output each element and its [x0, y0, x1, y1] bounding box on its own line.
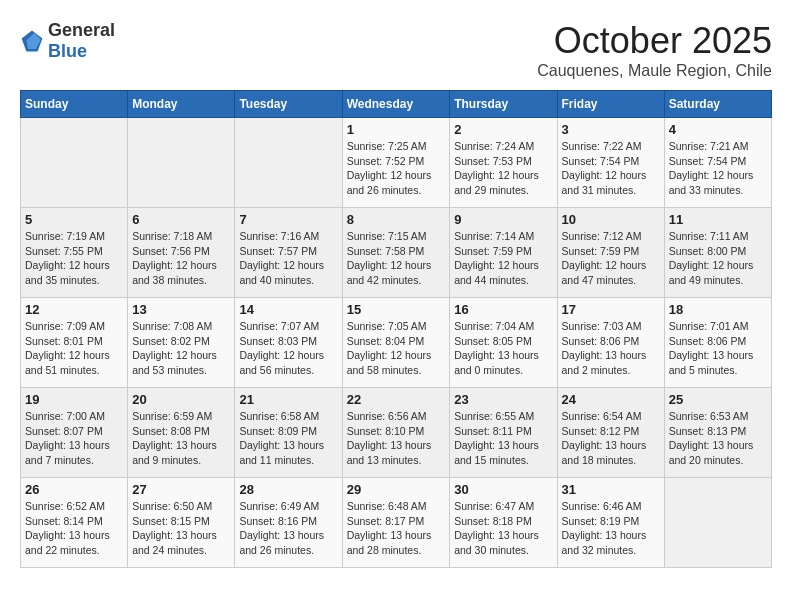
calendar-cell: 31Sunrise: 6:46 AM Sunset: 8:19 PM Dayli…: [557, 478, 664, 568]
day-number: 18: [669, 302, 767, 317]
calendar-table: SundayMondayTuesdayWednesdayThursdayFrid…: [20, 90, 772, 568]
day-number: 30: [454, 482, 552, 497]
day-number: 9: [454, 212, 552, 227]
day-info: Sunrise: 7:00 AM Sunset: 8:07 PM Dayligh…: [25, 409, 123, 468]
day-number: 3: [562, 122, 660, 137]
day-info: Sunrise: 6:46 AM Sunset: 8:19 PM Dayligh…: [562, 499, 660, 558]
calendar-cell: [664, 478, 771, 568]
calendar-cell: 27Sunrise: 6:50 AM Sunset: 8:15 PM Dayli…: [128, 478, 235, 568]
header-day-friday: Friday: [557, 91, 664, 118]
calendar-cell: 1Sunrise: 7:25 AM Sunset: 7:52 PM Daylig…: [342, 118, 450, 208]
header-day-saturday: Saturday: [664, 91, 771, 118]
day-number: 23: [454, 392, 552, 407]
day-info: Sunrise: 7:03 AM Sunset: 8:06 PM Dayligh…: [562, 319, 660, 378]
calendar-cell: 4Sunrise: 7:21 AM Sunset: 7:54 PM Daylig…: [664, 118, 771, 208]
calendar-cell: 24Sunrise: 6:54 AM Sunset: 8:12 PM Dayli…: [557, 388, 664, 478]
day-number: 12: [25, 302, 123, 317]
month-title: October 2025: [537, 20, 772, 62]
calendar-body: 1Sunrise: 7:25 AM Sunset: 7:52 PM Daylig…: [21, 118, 772, 568]
day-number: 24: [562, 392, 660, 407]
day-info: Sunrise: 6:56 AM Sunset: 8:10 PM Dayligh…: [347, 409, 446, 468]
calendar-cell: 6Sunrise: 7:18 AM Sunset: 7:56 PM Daylig…: [128, 208, 235, 298]
day-info: Sunrise: 6:50 AM Sunset: 8:15 PM Dayligh…: [132, 499, 230, 558]
calendar-cell: 28Sunrise: 6:49 AM Sunset: 8:16 PM Dayli…: [235, 478, 342, 568]
calendar-header: SundayMondayTuesdayWednesdayThursdayFrid…: [21, 91, 772, 118]
calendar-cell: 18Sunrise: 7:01 AM Sunset: 8:06 PM Dayli…: [664, 298, 771, 388]
calendar-cell: 12Sunrise: 7:09 AM Sunset: 8:01 PM Dayli…: [21, 298, 128, 388]
day-info: Sunrise: 6:54 AM Sunset: 8:12 PM Dayligh…: [562, 409, 660, 468]
day-number: 6: [132, 212, 230, 227]
calendar-cell: 3Sunrise: 7:22 AM Sunset: 7:54 PM Daylig…: [557, 118, 664, 208]
calendar-cell: 29Sunrise: 6:48 AM Sunset: 8:17 PM Dayli…: [342, 478, 450, 568]
day-info: Sunrise: 7:19 AM Sunset: 7:55 PM Dayligh…: [25, 229, 123, 288]
week-row-2: 5Sunrise: 7:19 AM Sunset: 7:55 PM Daylig…: [21, 208, 772, 298]
day-info: Sunrise: 7:16 AM Sunset: 7:57 PM Dayligh…: [239, 229, 337, 288]
calendar-cell: 16Sunrise: 7:04 AM Sunset: 8:05 PM Dayli…: [450, 298, 557, 388]
day-info: Sunrise: 6:55 AM Sunset: 8:11 PM Dayligh…: [454, 409, 552, 468]
page-header: General Blue October 2025 Cauquenes, Mau…: [20, 20, 772, 80]
day-info: Sunrise: 6:47 AM Sunset: 8:18 PM Dayligh…: [454, 499, 552, 558]
day-number: 26: [25, 482, 123, 497]
calendar-cell: 9Sunrise: 7:14 AM Sunset: 7:59 PM Daylig…: [450, 208, 557, 298]
calendar-cell: 22Sunrise: 6:56 AM Sunset: 8:10 PM Dayli…: [342, 388, 450, 478]
calendar-cell: [128, 118, 235, 208]
day-number: 25: [669, 392, 767, 407]
header-day-tuesday: Tuesday: [235, 91, 342, 118]
logo-general: General: [48, 20, 115, 40]
calendar-cell: 25Sunrise: 6:53 AM Sunset: 8:13 PM Dayli…: [664, 388, 771, 478]
day-number: 14: [239, 302, 337, 317]
calendar-cell: 23Sunrise: 6:55 AM Sunset: 8:11 PM Dayli…: [450, 388, 557, 478]
location-title: Cauquenes, Maule Region, Chile: [537, 62, 772, 80]
day-number: 11: [669, 212, 767, 227]
day-info: Sunrise: 6:52 AM Sunset: 8:14 PM Dayligh…: [25, 499, 123, 558]
day-number: 10: [562, 212, 660, 227]
day-number: 16: [454, 302, 552, 317]
day-number: 29: [347, 482, 446, 497]
day-info: Sunrise: 7:12 AM Sunset: 7:59 PM Dayligh…: [562, 229, 660, 288]
header-day-sunday: Sunday: [21, 91, 128, 118]
header-row: SundayMondayTuesdayWednesdayThursdayFrid…: [21, 91, 772, 118]
calendar-cell: 21Sunrise: 6:58 AM Sunset: 8:09 PM Dayli…: [235, 388, 342, 478]
day-number: 1: [347, 122, 446, 137]
day-number: 17: [562, 302, 660, 317]
calendar-cell: 14Sunrise: 7:07 AM Sunset: 8:03 PM Dayli…: [235, 298, 342, 388]
day-number: 22: [347, 392, 446, 407]
calendar-cell: 2Sunrise: 7:24 AM Sunset: 7:53 PM Daylig…: [450, 118, 557, 208]
day-info: Sunrise: 6:49 AM Sunset: 8:16 PM Dayligh…: [239, 499, 337, 558]
day-info: Sunrise: 7:11 AM Sunset: 8:00 PM Dayligh…: [669, 229, 767, 288]
day-info: Sunrise: 7:22 AM Sunset: 7:54 PM Dayligh…: [562, 139, 660, 198]
day-info: Sunrise: 7:24 AM Sunset: 7:53 PM Dayligh…: [454, 139, 552, 198]
calendar-cell: [235, 118, 342, 208]
day-number: 15: [347, 302, 446, 317]
day-info: Sunrise: 6:59 AM Sunset: 8:08 PM Dayligh…: [132, 409, 230, 468]
day-number: 2: [454, 122, 552, 137]
title-area: October 2025 Cauquenes, Maule Region, Ch…: [537, 20, 772, 80]
logo: General Blue: [20, 20, 115, 62]
week-row-3: 12Sunrise: 7:09 AM Sunset: 8:01 PM Dayli…: [21, 298, 772, 388]
day-number: 8: [347, 212, 446, 227]
day-number: 7: [239, 212, 337, 227]
calendar-cell: 17Sunrise: 7:03 AM Sunset: 8:06 PM Dayli…: [557, 298, 664, 388]
logo-blue: Blue: [48, 41, 87, 61]
day-info: Sunrise: 6:53 AM Sunset: 8:13 PM Dayligh…: [669, 409, 767, 468]
day-info: Sunrise: 7:01 AM Sunset: 8:06 PM Dayligh…: [669, 319, 767, 378]
day-number: 4: [669, 122, 767, 137]
calendar-cell: 20Sunrise: 6:59 AM Sunset: 8:08 PM Dayli…: [128, 388, 235, 478]
day-info: Sunrise: 7:09 AM Sunset: 8:01 PM Dayligh…: [25, 319, 123, 378]
day-info: Sunrise: 7:15 AM Sunset: 7:58 PM Dayligh…: [347, 229, 446, 288]
logo-icon: [20, 29, 44, 53]
header-day-thursday: Thursday: [450, 91, 557, 118]
day-number: 20: [132, 392, 230, 407]
calendar-cell: 26Sunrise: 6:52 AM Sunset: 8:14 PM Dayli…: [21, 478, 128, 568]
header-day-wednesday: Wednesday: [342, 91, 450, 118]
day-info: Sunrise: 6:58 AM Sunset: 8:09 PM Dayligh…: [239, 409, 337, 468]
calendar-cell: 15Sunrise: 7:05 AM Sunset: 8:04 PM Dayli…: [342, 298, 450, 388]
week-row-5: 26Sunrise: 6:52 AM Sunset: 8:14 PM Dayli…: [21, 478, 772, 568]
calendar-cell: 8Sunrise: 7:15 AM Sunset: 7:58 PM Daylig…: [342, 208, 450, 298]
day-number: 28: [239, 482, 337, 497]
day-number: 27: [132, 482, 230, 497]
day-number: 13: [132, 302, 230, 317]
calendar-cell: 5Sunrise: 7:19 AM Sunset: 7:55 PM Daylig…: [21, 208, 128, 298]
week-row-1: 1Sunrise: 7:25 AM Sunset: 7:52 PM Daylig…: [21, 118, 772, 208]
day-number: 5: [25, 212, 123, 227]
